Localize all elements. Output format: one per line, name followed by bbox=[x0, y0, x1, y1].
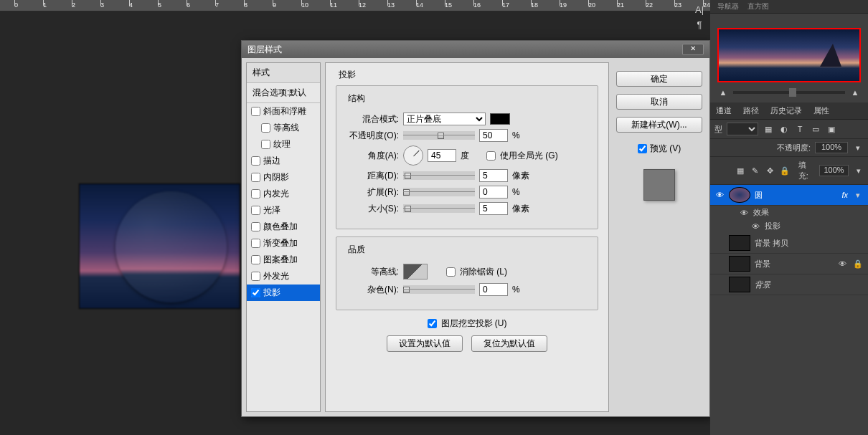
spread-input[interactable] bbox=[479, 186, 508, 199]
style-item-9[interactable]: 图案叠加 bbox=[247, 252, 320, 268]
distance-slider[interactable] bbox=[403, 171, 475, 180]
visibility-icon[interactable]: 👁 bbox=[714, 191, 725, 199]
distance-input[interactable] bbox=[479, 169, 508, 182]
zoom-in-icon[interactable]: ▲ bbox=[849, 87, 861, 98]
filter-adjust-icon[interactable]: ◐ bbox=[778, 123, 790, 135]
layer-opacity-value[interactable]: 100% bbox=[815, 142, 848, 153]
visibility-icon[interactable]: 👁 bbox=[739, 209, 749, 217]
filter-pixel-icon[interactable]: ▦ bbox=[763, 123, 774, 135]
blend-options-header[interactable]: 混合选项:默认 bbox=[247, 83, 320, 103]
style-item-4[interactable]: 内阴影 bbox=[247, 169, 320, 186]
tab-properties[interactable]: 属性 bbox=[808, 102, 835, 119]
layer-row-bg[interactable]: 背景 👁 🔒 bbox=[710, 254, 868, 274]
layer-thumbnail[interactable] bbox=[729, 277, 750, 292]
angle-dial[interactable] bbox=[403, 145, 423, 166]
style-checkbox[interactable] bbox=[251, 288, 260, 297]
global-light-checkbox[interactable] bbox=[486, 151, 496, 161]
mid-tabs: 通道 路径 历史记录 属性 bbox=[710, 102, 868, 120]
navigator-tab-hidden[interactable]: 导航器 bbox=[713, 0, 743, 13]
spread-label: 扩展(R): bbox=[345, 186, 399, 199]
layer-kind-select[interactable] bbox=[727, 123, 758, 135]
layer-row-bg2[interactable]: 背景 bbox=[710, 274, 868, 295]
opacity-input[interactable] bbox=[479, 129, 508, 142]
style-checkbox[interactable] bbox=[251, 239, 260, 248]
filter-smart-icon[interactable]: ▣ bbox=[826, 123, 837, 135]
ok-button[interactable]: 确定 bbox=[616, 71, 702, 87]
layer-thumbnail[interactable] bbox=[729, 187, 750, 203]
visibility-icon[interactable]: 👁 bbox=[750, 222, 760, 231]
filter-type-icon[interactable]: T bbox=[794, 123, 806, 135]
lock-move-icon[interactable]: ✥ bbox=[765, 165, 775, 176]
style-item-6[interactable]: 光泽 bbox=[247, 202, 320, 219]
size-input[interactable] bbox=[479, 202, 508, 215]
layer-thumbnail[interactable] bbox=[729, 235, 750, 251]
histogram-tab-hidden[interactable]: 直方图 bbox=[743, 0, 773, 13]
style-checkbox[interactable] bbox=[261, 123, 270, 133]
preview-checkbox[interactable] bbox=[638, 144, 647, 153]
layer-effects-row[interactable]: 👁 效果 bbox=[710, 206, 868, 219]
angle-input[interactable] bbox=[428, 149, 456, 162]
contour-picker[interactable] bbox=[403, 264, 428, 279]
lock-all-icon[interactable]: 🔒 bbox=[779, 165, 790, 176]
noise-slider[interactable] bbox=[403, 285, 475, 294]
style-item-2[interactable]: 纹理 bbox=[247, 136, 320, 153]
style-checkbox[interactable] bbox=[251, 255, 260, 264]
style-item-label: 投影 bbox=[263, 287, 280, 299]
style-item-11[interactable]: 投影 bbox=[247, 285, 320, 301]
chevron-down-icon[interactable]: ▾ bbox=[852, 189, 864, 201]
style-checkbox[interactable] bbox=[251, 272, 260, 281]
style-item-label: 图案叠加 bbox=[263, 254, 298, 266]
knockout-checkbox[interactable] bbox=[428, 319, 437, 328]
dialog-titlebar[interactable]: 图层样式 ✕ bbox=[242, 41, 709, 58]
style-checkbox[interactable] bbox=[251, 222, 260, 231]
layer-row-circle[interactable]: 👁 圆 fx ▾ bbox=[710, 185, 868, 206]
style-checkbox[interactable] bbox=[251, 107, 260, 116]
layer-thumbnail[interactable] bbox=[729, 256, 750, 272]
style-item-0[interactable]: 斜面和浮雕 bbox=[247, 103, 320, 120]
size-slider[interactable] bbox=[403, 204, 475, 213]
cancel-button[interactable]: 取消 bbox=[616, 94, 702, 110]
navigator-zoom-slider[interactable]: ▲ ▲ bbox=[717, 87, 861, 98]
style-checkbox[interactable] bbox=[251, 173, 260, 182]
spread-slider[interactable] bbox=[403, 188, 475, 196]
tab-history[interactable]: 历史记录 bbox=[765, 102, 808, 119]
close-icon[interactable]: ✕ bbox=[682, 44, 704, 55]
layer-row-bgcopy[interactable]: 背景 拷贝 bbox=[710, 233, 868, 254]
navigator-thumbnail[interactable] bbox=[717, 28, 861, 82]
new-style-button[interactable]: 新建样式(W)... bbox=[616, 117, 702, 133]
style-checkbox[interactable] bbox=[251, 206, 260, 215]
style-item-7[interactable]: 颜色叠加 bbox=[247, 219, 320, 235]
antialias-checkbox[interactable] bbox=[446, 267, 456, 277]
character-panel-icon[interactable]: A| bbox=[692, 4, 707, 15]
make-default-button[interactable]: 设置为默认值 bbox=[387, 335, 463, 352]
layer-opacity-label: 不透明度: bbox=[777, 143, 811, 153]
chevron-down-icon[interactable]: ▾ bbox=[853, 165, 864, 176]
zoom-out-icon[interactable]: ▲ bbox=[717, 87, 729, 98]
opacity-slider[interactable] bbox=[403, 131, 475, 140]
styles-header[interactable]: 样式 bbox=[247, 63, 320, 83]
lock-paint-icon[interactable]: ✎ bbox=[750, 165, 760, 176]
style-checkbox[interactable] bbox=[261, 140, 270, 149]
style-item-5[interactable]: 内发光 bbox=[247, 186, 320, 202]
reset-default-button[interactable]: 复位为默认值 bbox=[471, 335, 547, 352]
style-checkbox[interactable] bbox=[251, 189, 260, 199]
tab-channels[interactable]: 通道 bbox=[710, 102, 737, 119]
paragraph-panel-icon[interactable]: ¶ bbox=[692, 19, 707, 30]
style-checkbox[interactable] bbox=[251, 156, 260, 166]
style-item-3[interactable]: 描边 bbox=[247, 153, 320, 169]
chevron-down-icon[interactable]: ▾ bbox=[852, 142, 864, 153]
style-item-8[interactable]: 渐变叠加 bbox=[247, 235, 320, 252]
blend-mode-select[interactable]: 正片叠底 bbox=[403, 113, 486, 125]
layer-effect-dropshadow[interactable]: 👁 投影 bbox=[710, 219, 868, 233]
lock-trans-icon[interactable]: ▦ bbox=[735, 165, 746, 176]
fill-value[interactable]: 100% bbox=[819, 165, 849, 176]
fx-badge[interactable]: fx bbox=[841, 191, 848, 199]
noise-input[interactable] bbox=[479, 283, 508, 296]
visibility-eye-icon[interactable]: 👁 bbox=[836, 258, 848, 269]
shadow-color-swatch[interactable] bbox=[490, 113, 510, 125]
filter-shape-icon[interactable]: ▭ bbox=[810, 123, 821, 135]
tab-paths[interactable]: 路径 bbox=[737, 102, 765, 119]
style-item-1[interactable]: 等高线 bbox=[247, 120, 320, 136]
layer-name: 背景 拷贝 bbox=[755, 238, 788, 249]
style-item-10[interactable]: 外发光 bbox=[247, 268, 320, 285]
